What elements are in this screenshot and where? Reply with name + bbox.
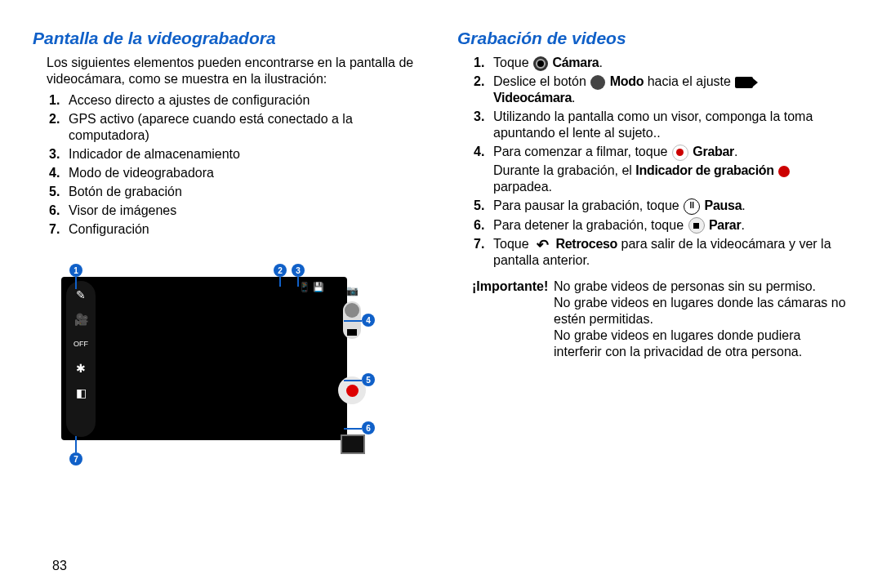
important-label: ¡Importante! — [472, 278, 554, 360]
status-icons: 📱 💾 — [299, 282, 324, 292]
text-bold: Retroceso — [556, 237, 618, 251]
camera-icon — [533, 56, 548, 71]
text: . — [734, 145, 737, 158]
mode-knob — [345, 303, 359, 318]
storage-icon: 💾 — [313, 282, 324, 292]
text-bold: Cámara — [553, 56, 599, 69]
text: Deslice el botón — [493, 74, 590, 88]
callout-5: 5 — [362, 373, 375, 386]
page-number: 83 — [52, 559, 67, 573]
list-item: GPS activo (aparece cuando está conectad… — [69, 111, 425, 144]
text-bold: Pausa — [705, 198, 742, 212]
text-bold: Indicador de grabación — [635, 163, 773, 177]
text-bold: Parar — [709, 218, 741, 232]
list-item: Modo de videograbadora — [69, 165, 425, 181]
leader — [344, 428, 362, 430]
right-list: Toque Cámara. Deslice el botón Modo haci… — [474, 55, 849, 269]
text: No grabe videos en lugares donde las cám… — [554, 295, 849, 327]
callout-6: 6 — [362, 421, 375, 434]
callout-4: 4 — [362, 314, 375, 327]
left-toolbar: ✎ 🎥 OFF ✱ ◧ — [66, 281, 96, 437]
right-heading: Grabación de videos — [457, 29, 849, 48]
text: . — [741, 218, 744, 232]
text-bold: Modo — [610, 74, 644, 88]
text: Para detener la grabación, toque — [493, 218, 688, 232]
left-list: Acceso directo a ajustes de configuració… — [49, 92, 425, 238]
leader — [344, 320, 362, 322]
gps-icon: 📱 — [299, 282, 310, 292]
record-icon — [672, 145, 688, 161]
list-item: Botón de grabación — [69, 184, 425, 200]
text: . — [599, 56, 602, 69]
text: No grabe videos en lugares donde pudiera… — [554, 327, 849, 360]
flash-off-icon: OFF — [72, 335, 90, 353]
callout-7: 7 — [69, 452, 82, 466]
text: . — [572, 91, 575, 105]
exposure-icon: ◧ — [72, 384, 90, 402]
step-5: Para pausar la grabación, toque II Pausa… — [493, 198, 849, 215]
stop-icon — [688, 217, 705, 234]
page: Pantalla de la videograbadora Los siguie… — [0, 0, 882, 469]
step-4-cont: Durante la grabación, el Indicador de gr… — [493, 163, 849, 195]
record-indicator-icon — [778, 166, 790, 177]
back-icon: ↶ — [533, 239, 551, 251]
callout-2: 2 — [274, 264, 287, 277]
important-body: No grabe videos de personas sin su permi… — [554, 278, 849, 360]
text: Toque — [493, 56, 532, 69]
list-item: Indicador de almacenamiento — [69, 146, 425, 163]
leader — [279, 277, 281, 287]
leader — [75, 436, 77, 452]
step-6: Para detener la grabación, toque Parar. — [493, 217, 849, 234]
leader — [297, 277, 299, 287]
text: No grabe videos de personas sin su permi… — [554, 278, 849, 295]
gallery-thumb — [341, 434, 365, 454]
list-item: Acceso directo a ajustes de configuració… — [69, 92, 425, 109]
text: Durante la grabación, el — [493, 163, 635, 177]
step-2: Deslice el botón Modo hacia el ajuste Vi… — [493, 74, 849, 106]
left-column: Pantalla de la videograbadora Los siguie… — [33, 29, 425, 461]
camcorder-screen — [61, 277, 347, 440]
pause-icon: II — [684, 198, 700, 215]
step-1: Toque Cámara. — [493, 55, 849, 71]
right-column: Grabación de videos Toque Cámara. Deslic… — [457, 29, 849, 461]
text: hacia el ajuste — [648, 74, 735, 88]
text: Para comenzar a filmar, toque — [493, 145, 671, 158]
step-4: Para comenzar a filmar, toque Grabar. Du… — [493, 144, 849, 195]
text-bold: Videocámara — [493, 91, 572, 105]
left-intro: Los siguientes elementos pueden encontra… — [47, 55, 425, 87]
text-bold: Grabar — [693, 145, 734, 158]
list-item: Configuración — [69, 221, 425, 238]
callout-3: 3 — [292, 264, 305, 277]
callout-1: 1 — [69, 264, 82, 277]
camcorder-icon — [735, 77, 753, 88]
camcorder-figure: ✎ 🎥 OFF ✱ ◧ ⚙ 📱 💾 📷 — [61, 252, 372, 461]
leader — [344, 380, 362, 381]
mode-icon — [590, 75, 605, 90]
left-heading: Pantalla de la videograbadora — [33, 29, 425, 48]
right-rail: 📷 — [337, 285, 367, 404]
video-mode-icon — [347, 329, 357, 336]
camera-mode-icon: 📷 — [346, 285, 359, 296]
record-dot-icon — [346, 385, 359, 397]
step-7: Toque ↶ Retroceso para salir de la video… — [493, 236, 849, 269]
text: Para pausar la grabación, toque — [493, 198, 683, 212]
list-item: Visor de imágenes — [69, 203, 425, 219]
camcorder-icon: 🎥 — [72, 310, 90, 328]
effects-icon: ✱ — [72, 359, 90, 377]
leader — [75, 277, 77, 289]
text: . — [742, 198, 745, 212]
text: Toque — [493, 237, 532, 251]
text: parpadea. — [493, 180, 552, 194]
important-note: ¡Importante! No grabe videos de personas… — [472, 278, 849, 360]
step-3: Utilizando la pantalla como un visor, co… — [493, 109, 849, 141]
